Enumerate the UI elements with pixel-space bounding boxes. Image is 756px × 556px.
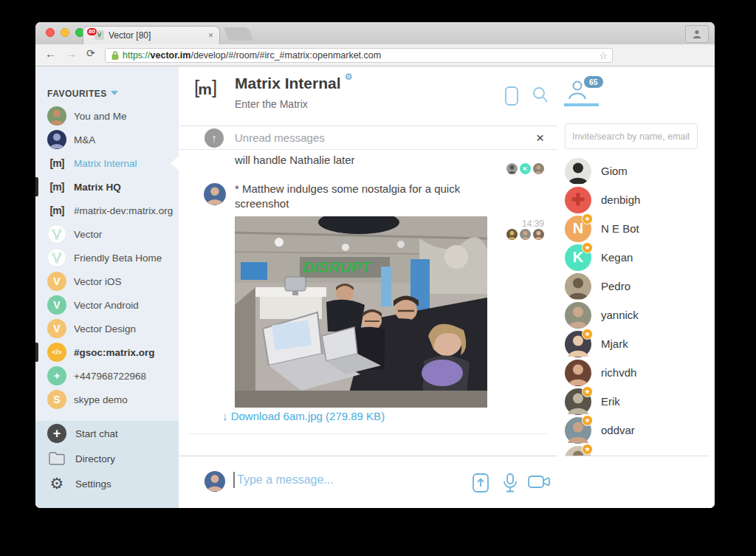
sidebar-item-matrix-internal[interactable]: [m]Matrix Internal [35, 151, 179, 175]
room-avatar: V [47, 272, 66, 291]
voice-call-icon[interactable] [502, 473, 518, 496]
favourites-header[interactable]: FAVOURITES [47, 89, 118, 99]
reload-button[interactable]: ⟳ [86, 47, 95, 59]
room-avatar: [m] [47, 154, 66, 173]
member-row-denbigh[interactable]: ✚denbigh [565, 185, 712, 214]
member-avatar: K★ [565, 244, 591, 271]
forward-button[interactable]: → [66, 47, 77, 60]
room-sidebar: FAVOURITES You and MeM&A[m]Matrix Intern… [35, 66, 179, 508]
composer-avatar-image [205, 471, 225, 492]
sidebar-item-friendly-beta-home[interactable]: Friendly Beta Home [35, 246, 179, 270]
room-avatar: V [47, 319, 66, 338]
tab-favicon: V 80 [89, 30, 104, 41]
room-settings-gear-icon[interactable]: ⚙ [345, 72, 353, 82]
sidebar-item-matrix-dev-matrix-org[interactable]: [m]#matrix-dev:matrix.org [35, 199, 179, 222]
sender-avatar[interactable] [204, 183, 226, 205]
close-icon[interactable]: × [536, 126, 544, 149]
attachment-download-link[interactable]: ↓ Download 6am.jpg (279.89 KB) [222, 410, 385, 422]
room-topic[interactable]: Enter the Matrix [235, 98, 308, 110]
composer-input[interactable]: Type a message... [237, 473, 334, 487]
jump-to-unread-button[interactable]: ↑ [205, 128, 224, 148]
member-avatar [565, 302, 591, 329]
back-button[interactable]: ← [45, 47, 56, 60]
star-badge-icon: ★ [582, 415, 593, 426]
attachment-image[interactable]: DISRUPT [235, 216, 487, 408]
member-avatar [565, 360, 591, 386]
star-badge-icon: ★ [582, 386, 593, 397]
bookmark-star-icon[interactable]: ☆ [599, 50, 608, 61]
room-label: Vector [74, 229, 102, 240]
browser-window: V 80 Vector [80] × ← → ⟳ https://vector.… [35, 22, 715, 508]
member-row-mjark[interactable]: ★Mjark [565, 329, 712, 358]
sidebar-item-m-a[interactable]: M&A [35, 128, 179, 151]
member-row-erik[interactable]: ★Erik [565, 387, 712, 416]
message-composer: Type a message... [179, 456, 557, 508]
window-minimize-button[interactable] [61, 28, 69, 37]
selected-room-wedge [171, 156, 179, 171]
sidebar-bottom-section: + Start chat Directory ⚙ Settings [35, 421, 179, 508]
sidebar-item-vector-android[interactable]: VVector Android [35, 293, 179, 317]
member-name: Kegan [601, 251, 633, 264]
settings-button[interactable]: ⚙ Settings [35, 471, 179, 496]
read-receipts: K [506, 163, 544, 174]
search-icon[interactable] [532, 86, 549, 108]
directory-button[interactable]: Directory [35, 446, 179, 471]
member-row-giom[interactable]: Giom [565, 157, 712, 185]
browser-tab[interactable]: V 80 Vector [80] × [83, 26, 220, 44]
read-receipt-avatar [506, 229, 518, 240]
sidebar-item-matrix-hq[interactable]: [m]Matrix HQ [35, 175, 179, 199]
message-text: will handle Nathalie later [235, 153, 355, 168]
sidebar-item-skype-demo[interactable]: Sskype demo [35, 388, 179, 411]
unread-indicator [35, 177, 38, 196]
message-text: * Matthew indulges some nostalgia for a … [235, 182, 482, 211]
chevron-down-icon [111, 91, 118, 95]
star-badge-icon: ★ [582, 329, 593, 340]
tab-close-icon[interactable]: × [208, 30, 213, 41]
read-receipt-avatar [506, 163, 518, 174]
unread-messages-label: Unread messages [235, 126, 325, 149]
members-tab-underline [564, 103, 599, 106]
unread-indicator [35, 343, 38, 362]
chat-main: [m] Matrix Internal ⚙ Enter the Matrix ↑… [179, 66, 557, 508]
member-row-richvdh[interactable]: richvdh [565, 358, 712, 387]
window-close-button[interactable] [46, 28, 55, 37]
room-avatar: </> [47, 343, 66, 362]
start-chat-button[interactable]: + Start chat [35, 421, 179, 446]
room-avatar[interactable]: [m] [194, 76, 224, 107]
member-avatar: ★ [565, 417, 591, 444]
sidebar-item-vector-design[interactable]: VVector Design [35, 317, 179, 340]
sidebar-item-vector-ios[interactable]: VVector iOS [35, 270, 179, 293]
room-avatar [47, 130, 66, 149]
member-row-oddvar[interactable]: ★oddvar [565, 416, 712, 445]
member-row[interactable]: ★ [565, 445, 712, 456]
sidebar-item-447968722968[interactable]: ++447968722968 [35, 364, 179, 388]
member-row-pedro[interactable]: Pedro [565, 272, 712, 301]
member-name: N E Bot [601, 222, 639, 235]
url-bar[interactable]: https://vector.im/develop/#/room/#irc_#m… [105, 48, 613, 63]
member-row-yannick[interactable]: yannick [565, 301, 712, 329]
room-label: M&A [74, 134, 95, 145]
member-name: yannick [601, 309, 639, 321]
text-cursor [233, 472, 235, 488]
member-row-n-e-bot[interactable]: N★N E Bot [565, 214, 712, 243]
sidebar-item-vector[interactable]: Vector [35, 222, 179, 246]
member-avatar [565, 158, 591, 185]
member-row-kegan[interactable]: K★Kegan [565, 243, 712, 272]
member-count-badge: 65 [584, 76, 603, 88]
sidebar-item-you-and-me[interactable]: You and Me [35, 104, 179, 128]
browser-tab-strip: V 80 Vector [80] × [35, 22, 715, 44]
member-panel: 65 Giom✚denbighN★N E BotK★KeganPedroyann… [557, 66, 715, 508]
member-avatar: ★ [565, 446, 591, 456]
video-call-icon[interactable] [504, 86, 520, 109]
person-icon [692, 29, 702, 39]
invite-search-input[interactable] [565, 123, 698, 149]
member-avatar [565, 273, 591, 300]
browser-profile-button[interactable] [685, 25, 709, 43]
star-badge-icon: ★ [582, 213, 593, 224]
video-call-camera-icon[interactable] [527, 473, 551, 495]
https-lock-icon [111, 51, 119, 60]
sidebar-item-gsoc-matrix-org[interactable]: </>#gsoc:matrix.org [35, 340, 179, 364]
member-list-divider [565, 456, 709, 456]
new-tab-button[interactable] [224, 27, 254, 41]
upload-file-icon[interactable] [471, 473, 490, 496]
